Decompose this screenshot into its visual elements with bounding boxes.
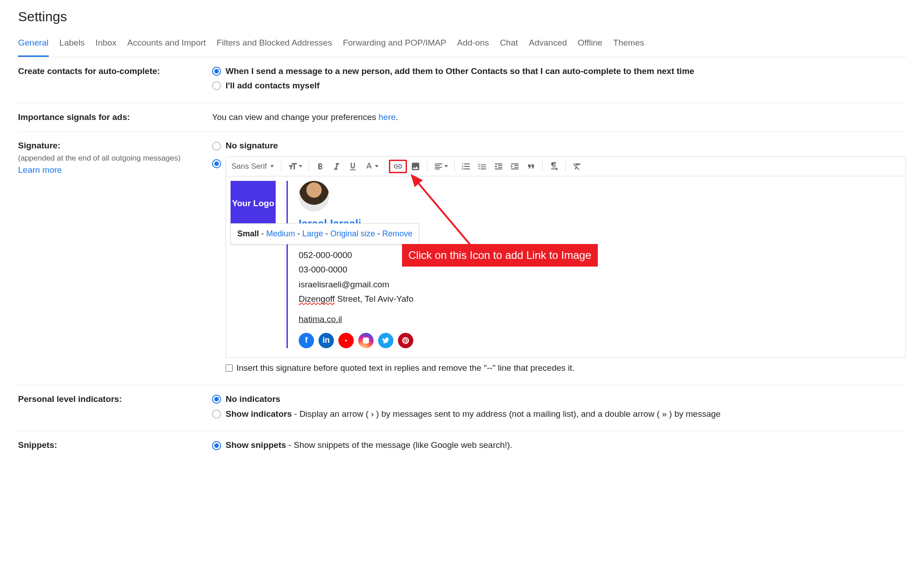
tab-filters-blocked[interactable]: Filters and Blocked Addresses — [217, 37, 332, 57]
auto-contacts-label: Create contacts for auto-complete: — [18, 65, 212, 95]
radio-auto-add-label: When I send a message to a new person, a… — [226, 65, 694, 78]
page-title: Settings — [18, 0, 906, 37]
youtube-icon[interactable] — [338, 333, 354, 348]
signature-learn-more-link[interactable]: Learn more — [18, 165, 62, 175]
section-signature: Signature: (appended at the end of all o… — [18, 132, 906, 385]
indicators-label: Personal level indicators: — [18, 393, 212, 423]
insert-before-quoted-checkbox[interactable] — [226, 364, 233, 372]
your-logo-placeholder[interactable]: Your Logo — [231, 181, 276, 226]
avatar-image[interactable] — [299, 181, 329, 212]
tab-general[interactable]: General — [18, 37, 49, 57]
radio-show-snippets-label: Show snippets — [226, 440, 286, 450]
insert-image-button[interactable] — [408, 160, 423, 173]
radio-auto-add[interactable] — [212, 67, 221, 76]
facebook-icon[interactable]: f — [299, 333, 314, 348]
size-large[interactable]: Large — [302, 229, 323, 238]
ad-text-after: . — [396, 112, 398, 122]
settings-tabs: General Labels Inbox Accounts and Import… — [18, 37, 906, 57]
font-size-button[interactable] — [285, 160, 305, 173]
snippets-label: Snippets: — [18, 439, 212, 454]
radio-no-indicators[interactable] — [212, 395, 221, 404]
section-indicators: Personal level indicators: No indicators… — [18, 385, 906, 431]
tab-accounts-import[interactable]: Accounts and Import — [127, 37, 206, 57]
text-color-button[interactable] — [361, 160, 381, 173]
instagram-icon[interactable] — [358, 333, 374, 348]
signature-phone-1: 052-000-0000 — [299, 249, 413, 262]
pinterest-icon[interactable] — [398, 333, 413, 348]
radio-no-signature-label: No signature — [226, 140, 278, 152]
tab-forwarding-pop-imap[interactable]: Forwarding and POP/IMAP — [343, 37, 446, 57]
radio-use-signature[interactable] — [212, 159, 221, 168]
svg-point-2 — [367, 338, 368, 339]
signature-sub: (appended at the end of all outgoing mes… — [18, 154, 180, 162]
image-size-popup: Small - Medium - Large - Original size -… — [231, 223, 419, 244]
ad-text-before: You can view and change your preferences — [212, 112, 379, 122]
bold-button[interactable] — [313, 160, 328, 173]
divider — [286, 181, 288, 348]
size-original[interactable]: Original size — [330, 229, 375, 238]
signature-label: Signature: — [18, 141, 60, 150]
size-small[interactable]: Small — [237, 229, 259, 238]
quote-button[interactable] — [523, 160, 539, 173]
signature-social-icons: f in — [299, 333, 413, 348]
signature-email: israelisraeli@gmail.com — [299, 279, 413, 291]
insert-link-button[interactable] — [389, 160, 407, 173]
ad-preferences-link[interactable]: here — [379, 112, 396, 122]
italic-button[interactable] — [329, 160, 344, 173]
ad-signals-label: Importance signals for ads: — [18, 111, 212, 124]
svg-point-1 — [365, 339, 367, 341]
tab-advanced[interactable]: Advanced — [529, 37, 567, 57]
tab-themes[interactable]: Themes — [613, 37, 644, 57]
tab-offline[interactable]: Offline — [578, 37, 603, 57]
signature-phone-2: 03-000-0000 — [299, 264, 413, 276]
insert-before-quoted-label: Insert this signature before quoted text… — [236, 362, 575, 374]
tab-inbox[interactable]: Inbox — [96, 37, 116, 57]
radio-show-snippets-desc: - Show snippets of the message (like Goo… — [286, 440, 513, 450]
twitter-icon[interactable] — [378, 333, 393, 348]
radio-show-indicators-label: Show indicators — [226, 409, 292, 419]
radio-no-signature[interactable] — [212, 142, 221, 151]
annotation-callout: Click on this Icon to add Link to Image — [402, 244, 598, 267]
indent-less-button[interactable] — [491, 160, 506, 173]
size-medium[interactable]: Medium — [266, 229, 295, 238]
radio-no-indicators-label: No indicators — [226, 393, 280, 405]
radio-show-indicators-desc: - Display an arrow ( › ) by messages sen… — [292, 409, 721, 419]
signature-editor[interactable]: Your Logo Iaraal Iaraali 052-000-0000 03… — [226, 176, 906, 358]
tab-labels[interactable]: Labels — [60, 37, 85, 57]
numbered-list-button[interactable] — [458, 160, 474, 173]
tab-add-ons[interactable]: Add-ons — [457, 37, 489, 57]
size-remove[interactable]: Remove — [382, 229, 412, 238]
radio-show-indicators[interactable] — [212, 410, 221, 419]
radio-show-snippets[interactable] — [212, 441, 221, 450]
underline-button[interactable] — [345, 160, 360, 173]
align-button[interactable] — [431, 160, 451, 173]
signature-address: Dizengoff Street, Tel Aviv-Yafo — [299, 293, 413, 305]
text-direction-button[interactable] — [546, 160, 562, 173]
linkedin-icon[interactable]: in — [319, 333, 334, 348]
font-family-select[interactable]: Sans Serif — [230, 160, 277, 173]
radio-add-myself-label: I'll add contacts myself — [226, 80, 319, 92]
section-ad-signals: Importance signals for ads: You can view… — [18, 103, 906, 132]
bullet-list-button[interactable] — [475, 160, 490, 173]
section-auto-contacts: Create contacts for auto-complete: When … — [18, 57, 906, 103]
indent-more-button[interactable] — [507, 160, 522, 173]
radio-add-myself[interactable] — [212, 81, 221, 90]
section-snippets: Snippets: Show snippets - Show snippets … — [18, 431, 906, 462]
signature-website: hatima.co.il — [299, 313, 413, 326]
signature-toolbar: Sans Serif — [226, 157, 906, 176]
clear-formatting-button[interactable] — [569, 160, 585, 173]
tab-chat[interactable]: Chat — [500, 37, 518, 57]
